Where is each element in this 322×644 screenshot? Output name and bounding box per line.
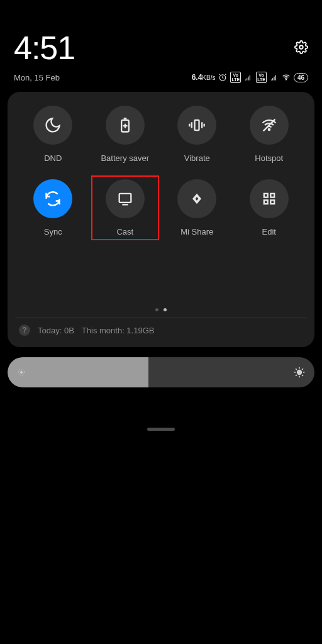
gear-icon	[294, 40, 308, 54]
wifi-icon	[282, 73, 291, 82]
tile-sync-circle	[33, 179, 72, 218]
tile-vibrate[interactable]: Vibrate	[163, 106, 231, 163]
svg-rect-8	[270, 194, 274, 197]
tile-hotspot-circle	[250, 106, 289, 145]
mishare-icon	[188, 190, 206, 208]
tile-sync[interactable]: Sync	[19, 179, 87, 236]
status-bar-icons: 6.4KB/s VoLTE VoLTE 46	[192, 72, 308, 83]
alarm-icon	[218, 73, 227, 82]
svg-rect-4	[195, 120, 199, 130]
tile-label: Edit	[262, 227, 276, 236]
quick-settings-panel: DND Battery saver Vibrate Hotspot Sync	[8, 92, 314, 347]
settings-button[interactable]	[294, 40, 308, 54]
tile-mishare-circle	[177, 179, 216, 218]
tile-dnd-circle	[33, 106, 72, 145]
clock-time: 4:51	[14, 31, 75, 64]
data-usage-today: Today: 0B	[38, 326, 74, 335]
signal-icon-2	[270, 73, 279, 82]
moon-icon	[44, 116, 62, 134]
tile-hotspot[interactable]: Hotspot	[235, 106, 304, 163]
divider	[15, 318, 307, 318]
data-usage-month: This month: 1.19GB	[82, 326, 155, 335]
hotspot-icon	[260, 116, 278, 134]
vibrate-icon	[188, 116, 206, 134]
page-dot-active	[164, 308, 167, 311]
tile-label: Battery saver	[101, 153, 149, 163]
tile-battery-saver-circle	[106, 106, 145, 145]
tile-label: Cast	[116, 227, 133, 236]
tile-cast[interactable]: Cast	[91, 175, 160, 240]
home-indicator[interactable]	[147, 428, 175, 431]
grid-icon	[260, 190, 278, 208]
svg-point-13	[297, 370, 302, 375]
tile-cast-circle	[106, 179, 145, 218]
notification-header: 4:51 Mon, 15 Feb 6.4KB/s VoLTE VoLTE 46	[0, 0, 322, 87]
svg-point-5	[269, 129, 270, 130]
brightness-slider[interactable]	[8, 357, 314, 387]
svg-rect-6	[119, 194, 131, 203]
tile-edit[interactable]: Edit	[235, 179, 304, 236]
signal-icon-1	[244, 73, 253, 82]
tile-mishare[interactable]: Mi Share	[163, 179, 231, 236]
tile-label: Mi Share	[180, 227, 213, 236]
svg-rect-9	[264, 200, 268, 204]
battery-plus-icon	[116, 116, 134, 134]
svg-point-0	[299, 45, 303, 49]
tile-dnd[interactable]: DND	[19, 106, 87, 163]
data-usage-row[interactable]: ? Today: 0B This month: 1.19GB	[19, 325, 303, 338]
tile-label: Hotspot	[255, 153, 283, 163]
quick-settings-grid: DND Battery saver Vibrate Hotspot Sync	[19, 106, 303, 236]
tile-edit-circle	[250, 179, 289, 218]
tile-label: DND	[44, 153, 62, 163]
tile-label: Sync	[44, 227, 62, 236]
brightness-low-icon	[16, 367, 26, 377]
sync-icon	[44, 190, 62, 208]
tile-vibrate-circle	[177, 106, 216, 145]
volte-badge-1: VoLTE	[230, 72, 241, 83]
net-speed: 6.4	[192, 73, 203, 82]
page-indicator	[19, 308, 303, 311]
volte-badge-2: VoLTE	[256, 72, 267, 83]
brightness-fill	[8, 357, 148, 387]
page-dot	[155, 308, 158, 311]
brightness-high-icon	[293, 366, 306, 379]
svg-point-2	[286, 79, 286, 80]
battery-badge: 46	[294, 73, 308, 82]
cast-icon	[116, 190, 134, 208]
svg-point-11	[20, 371, 23, 374]
date-label: Mon, 15 Feb	[14, 73, 60, 82]
tile-battery-saver[interactable]: Battery saver	[91, 106, 160, 163]
svg-rect-7	[264, 194, 268, 197]
tile-label: Vibrate	[184, 153, 210, 163]
question-icon: ?	[19, 325, 30, 336]
svg-rect-10	[270, 200, 274, 204]
